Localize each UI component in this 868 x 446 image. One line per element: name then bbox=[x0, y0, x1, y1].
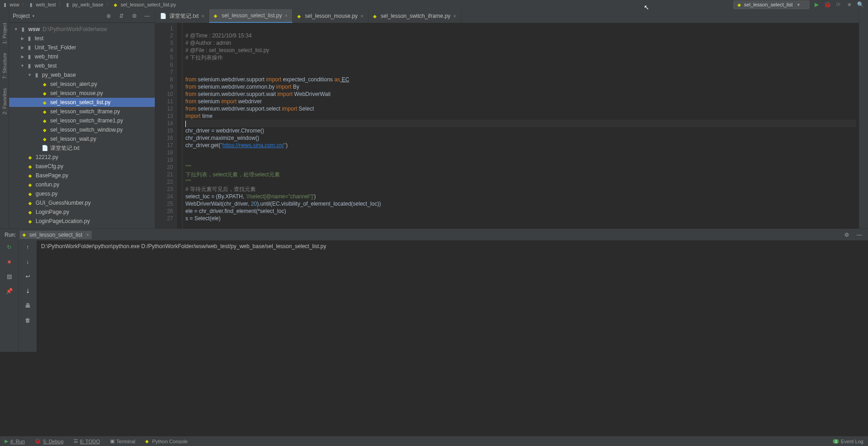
tree-file[interactable]: ◆guess.py bbox=[9, 189, 155, 198]
tab-iframe[interactable]: ◆sel_lesson_switch_iframe.py× bbox=[368, 9, 461, 23]
gear-icon[interactable]: ⚙ bbox=[130, 12, 138, 20]
stop-icon[interactable]: ■ bbox=[5, 258, 13, 266]
tree-file[interactable]: ◆BasePage.py bbox=[9, 171, 155, 180]
tree-label: Unit_Test_Folder bbox=[35, 44, 76, 51]
tree-file[interactable]: ◆LoginPage.py bbox=[9, 207, 155, 217]
up-icon[interactable]: ↑ bbox=[24, 243, 32, 251]
favorites-tool-tab[interactable]: 2: Favorites bbox=[2, 88, 7, 114]
tree-file[interactable]: ◆sel_lesson_mouse.py bbox=[9, 89, 155, 98]
run-panel-tab[interactable]: ◆ sel_lesson_select_list × bbox=[20, 231, 92, 239]
tab-select-list[interactable]: ◆sel_lesson_select_list.py× bbox=[209, 9, 293, 23]
code-editor[interactable]: 1234567891011121314151617181920212223242… bbox=[155, 23, 859, 228]
python-icon: ◆ bbox=[26, 201, 34, 206]
python-icon: ◆ bbox=[26, 191, 34, 196]
rerun-icon[interactable]: ↻ bbox=[5, 243, 13, 251]
code-line: import time bbox=[185, 113, 212, 119]
scroll-icon[interactable]: ⤓ bbox=[24, 287, 32, 295]
close-icon[interactable]: × bbox=[360, 13, 363, 19]
chevron-down-icon[interactable]: ▾ bbox=[32, 14, 35, 18]
status-run[interactable]: ▶4: Run bbox=[5, 438, 25, 444]
run-config-selector[interactable]: ◆ sel_lesson_select_list ▾ bbox=[733, 0, 810, 9]
arrow-right-icon[interactable]: ▶ bbox=[19, 45, 26, 50]
tree-file[interactable]: ◆sel_lesson_switch_iframe1.py bbox=[9, 116, 155, 125]
tree-file[interactable]: ◆sel_lesson_alert.py bbox=[9, 80, 155, 89]
console-output[interactable]: D:\PythonWorkFolder\python\python.exe D:… bbox=[37, 240, 868, 352]
tree-file[interactable]: ◆LoginPageLocation.py bbox=[9, 217, 155, 226]
close-icon[interactable]: × bbox=[201, 13, 204, 19]
project-sidebar: Project ▾ ⊕ ⇵ ⚙ — ▼ ▮ wsw D:\PythonWorkF… bbox=[9, 9, 155, 228]
wrap-icon[interactable]: ↩ bbox=[24, 272, 32, 281]
tree-file[interactable]: ◆GUI_GuessNumber.py bbox=[9, 198, 155, 207]
run-side-toolbar-2: ↑ ↓ ↩ ⤓ 🖶 🗑 bbox=[18, 240, 37, 352]
structure-tool-tab[interactable]: 7: Structure bbox=[2, 53, 7, 79]
arrow-down-icon[interactable]: ▼ bbox=[13, 27, 19, 32]
status-todo[interactable]: ☰6: TODO bbox=[74, 438, 100, 444]
tree-file[interactable]: ◆confun.py bbox=[9, 180, 155, 189]
tree-folder[interactable]: ▶▮Unit_Test_Folder bbox=[9, 43, 155, 52]
python-icon: ◆ bbox=[41, 100, 48, 105]
close-icon[interactable]: × bbox=[453, 13, 456, 19]
tree-file[interactable]: ◆sel_lesson_wait.py bbox=[9, 134, 155, 143]
tree-label: web_test bbox=[35, 63, 57, 69]
debug-button[interactable]: 🐞 bbox=[823, 0, 831, 9]
arrow-down-icon[interactable]: ▼ bbox=[26, 73, 33, 77]
tree-folder[interactable]: ▼▮py_web_base bbox=[9, 70, 155, 80]
folder-icon: ▮ bbox=[66, 2, 69, 8]
tab-notes[interactable]: 📄课堂笔记.txt× bbox=[155, 9, 209, 23]
pin-icon[interactable]: 📌 bbox=[5, 287, 13, 295]
crumb-1[interactable]: web_test bbox=[36, 2, 56, 7]
run-button[interactable]: ▶ bbox=[812, 0, 821, 9]
text-icon: 📄 bbox=[41, 145, 48, 151]
collapse-icon[interactable]: ⇵ bbox=[117, 12, 126, 20]
project-tree[interactable]: ▼ ▮ wsw D:\PythonWorkFolder\wsw ▶▮test ▶… bbox=[9, 23, 155, 228]
arrow-right-icon[interactable]: ▶ bbox=[19, 36, 26, 41]
hide-icon[interactable]: — bbox=[143, 12, 151, 20]
tree-file-selected[interactable]: ◆sel_lesson_select_list.py bbox=[9, 98, 155, 107]
target-icon[interactable]: ⊕ bbox=[105, 12, 113, 20]
project-tool-tab[interactable]: 1: Project bbox=[2, 23, 7, 44]
breadcrumb: ▮ wsw 〉 ▮ web_test 〉 ▮ py_web_base 〉 ◆ s… bbox=[4, 1, 176, 8]
close-icon[interactable]: × bbox=[86, 232, 89, 238]
tab-mouse[interactable]: ◆sel_lesson_mouse.py× bbox=[293, 9, 368, 23]
down-icon[interactable]: ↓ bbox=[24, 258, 32, 266]
tree-file[interactable]: ◆sel_lesson_switch_iframe.py bbox=[9, 107, 155, 116]
folder-icon: ▮ bbox=[26, 44, 33, 51]
crumb-0[interactable]: wsw bbox=[10, 2, 19, 7]
project-title: Project bbox=[13, 13, 30, 19]
arrow-right-icon[interactable]: ▶ bbox=[19, 54, 26, 59]
crumb-2[interactable]: py_web_base bbox=[72, 2, 103, 7]
arrow-down-icon[interactable]: ▼ bbox=[19, 64, 26, 68]
print-icon[interactable]: 🖶 bbox=[24, 302, 32, 310]
tree-file[interactable]: ◆12212.py bbox=[9, 153, 155, 162]
code-line: """ bbox=[185, 164, 191, 170]
close-icon[interactable]: × bbox=[285, 13, 288, 18]
status-debug[interactable]: 🐞5: Debug bbox=[35, 438, 63, 444]
tree-file[interactable]: 📄课堂笔记.txt bbox=[9, 143, 155, 153]
coverage-button[interactable]: ⟳ bbox=[834, 0, 842, 9]
tree-file[interactable]: ◆baseCfg.py bbox=[9, 162, 155, 171]
code-line: s = Select(ele) bbox=[185, 215, 221, 222]
tree-label: web_html bbox=[35, 53, 58, 60]
tree-root[interactable]: ▼ ▮ wsw D:\PythonWorkFolder\wsw bbox=[9, 25, 155, 34]
python-icon: ◆ bbox=[373, 14, 377, 19]
stop-button[interactable]: ■ bbox=[845, 0, 853, 9]
tree-file[interactable]: ◆sel_lesson_switch_window.py bbox=[9, 125, 155, 134]
code-line: """ bbox=[185, 179, 191, 185]
code-content[interactable]: # @Time : 2021/10/9 15:34 # @Author : ad… bbox=[183, 23, 859, 228]
status-eventlog[interactable]: 1Event Log bbox=[833, 439, 863, 444]
status-terminal[interactable]: ▣Terminal bbox=[110, 438, 136, 444]
status-pyconsole[interactable]: ◆Python Console bbox=[145, 438, 188, 444]
tab-label: sel_lesson_select_list.py bbox=[221, 12, 282, 19]
tree-folder[interactable]: ▼▮web_test bbox=[9, 61, 155, 70]
bug-icon: 🐞 bbox=[35, 438, 41, 444]
delete-icon[interactable]: 🗑 bbox=[24, 316, 32, 324]
fold-gutter[interactable] bbox=[177, 23, 183, 228]
gear-icon[interactable]: ⚙ bbox=[842, 231, 851, 239]
search-button[interactable]: 🔍 bbox=[856, 0, 864, 9]
tree-folder[interactable]: ▶▮test bbox=[9, 34, 155, 43]
crumb-3[interactable]: sel_lesson_select_list.py bbox=[121, 2, 176, 7]
python-icon: ◆ bbox=[41, 137, 48, 142]
tree-folder[interactable]: ▶▮web_html bbox=[9, 52, 155, 61]
hide-icon[interactable]: — bbox=[855, 231, 863, 239]
layout-icon[interactable]: ▤ bbox=[5, 272, 13, 281]
